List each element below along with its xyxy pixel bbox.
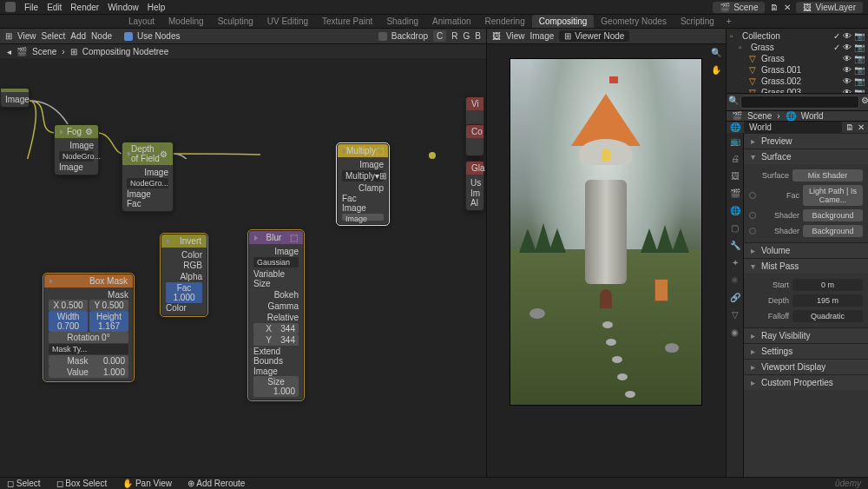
- backdrop-toggle[interactable]: Backdrop: [378, 31, 428, 41]
- image-viewer-header: 🖼 View Image ⊞Viewer Node: [487, 29, 726, 44]
- tab-geonodes[interactable]: Geometry Nodes: [594, 15, 674, 28]
- menu-file[interactable]: File: [24, 3, 38, 12]
- tab-uvediting[interactable]: UV Editing: [260, 15, 315, 28]
- channel-b[interactable]: B: [475, 31, 481, 41]
- tab-data-icon[interactable]: ▽: [729, 310, 741, 322]
- filter-icon[interactable]: ⚙: [861, 96, 868, 109]
- node-menu-add[interactable]: Add: [70, 31, 86, 41]
- tab-output-icon[interactable]: 🖨: [729, 154, 741, 166]
- surface-shader2-button[interactable]: Background: [803, 225, 863, 237]
- scene-selector[interactable]: 🎬 Scene: [713, 2, 765, 13]
- surface-fac-button[interactable]: Light Path | Is Came...: [803, 185, 863, 206]
- magnify-icon[interactable]: 🔍: [710, 48, 722, 60]
- editor-type-icon[interactable]: ⊞: [5, 31, 12, 41]
- node-blur[interactable]: Blur⬚ Image Gaussian Variable Size Bokeh…: [248, 230, 304, 400]
- node-fog[interactable]: Fog⚙ Image NodeGro... Image: [54, 124, 99, 175]
- outliner-search-input[interactable]: [740, 96, 859, 109]
- new-scene-icon[interactable]: 🗎: [770, 3, 779, 12]
- outliner-item[interactable]: ▽Grass.002👁📷: [728, 76, 866, 87]
- node-exposure-partial[interactable]: Image: [0, 88, 30, 108]
- home-icon[interactable]: ◂: [7, 47, 11, 56]
- node-depth-of-field[interactable]: Depth of Field⚙ Image NodeGro... Image F…: [122, 142, 174, 212]
- tab-constraint-icon[interactable]: 🔗: [729, 293, 741, 305]
- reroute-node[interactable]: [429, 152, 436, 159]
- outliner-grass-collection[interactable]: ▫Grass ✓👁📷: [728, 42, 866, 53]
- unlink-scene-icon[interactable]: ✕: [784, 3, 791, 12]
- panel-mistpass-header[interactable]: Mist Pass: [744, 259, 868, 274]
- world-name-field[interactable]: World: [744, 122, 842, 133]
- outliner-collection[interactable]: ▫Collection ✓👁📷: [728, 30, 866, 42]
- watermark: ûdemy: [835, 479, 861, 488]
- panel-volume-header[interactable]: Volume: [744, 243, 868, 258]
- viewer-menu-view[interactable]: View: [506, 31, 525, 41]
- scene-icon: 🎬: [720, 3, 730, 12]
- app-logo-icon[interactable]: [5, 2, 16, 12]
- channel-g[interactable]: G: [464, 31, 470, 41]
- tab-sculpting[interactable]: Sculpting: [211, 15, 260, 28]
- footer-box-select: ◻ Box Select: [56, 479, 108, 488]
- tab-shading[interactable]: Shading: [379, 15, 425, 28]
- node-editor[interactable]: ⊞ View Select Add Node Use Nodes Backdro…: [0, 29, 486, 477]
- tab-modeling[interactable]: Modeling: [161, 15, 211, 28]
- tab-scripting[interactable]: Scripting: [674, 15, 721, 28]
- node-invert[interactable]: Invert Color RGB Alpha Fac 1.000 Color: [161, 234, 207, 316]
- tab-material-icon[interactable]: ◉: [729, 327, 741, 340]
- image-viewer[interactable]: 🖼 View Image ⊞Viewer Node 🔍 ✋: [487, 29, 726, 477]
- mist-start-field[interactable]: 0 m: [792, 279, 863, 291]
- outliner-item[interactable]: ▽Grass.003👁📷: [728, 87, 866, 94]
- surface-shader-button[interactable]: Mix Shader: [792, 169, 863, 182]
- node-composite-partial[interactable]: Co: [465, 124, 484, 156]
- tab-rendering[interactable]: Rendering: [478, 15, 532, 28]
- panel-settings-header[interactable]: Settings: [744, 344, 868, 359]
- node-breadcrumb: ◂ 🎬 Scene › ⊞ Compositing Nodetree: [0, 44, 486, 58]
- menu-help[interactable]: Help: [148, 3, 166, 12]
- channel-c[interactable]: C: [433, 30, 446, 42]
- footer-reroute: ⊕ Add Reroute: [187, 479, 245, 488]
- panel-custom-header[interactable]: Custom Properties: [744, 375, 868, 390]
- menu-window[interactable]: Window: [108, 3, 139, 12]
- node-box-mask[interactable]: Box Mask Mask X 0.500 Y 0.500 Width 0.70…: [43, 274, 134, 381]
- tab-viewlayer-icon[interactable]: 🖼: [729, 171, 741, 183]
- scene-icon: 🎬: [16, 47, 27, 56]
- surface-shader1-button[interactable]: Background: [803, 209, 863, 221]
- tab-physics-icon[interactable]: ⚛: [729, 275, 741, 287]
- menu-edit[interactable]: Edit: [47, 3, 62, 12]
- add-workspace-button[interactable]: +: [721, 15, 737, 28]
- panel-rayvis-header[interactable]: Ray Visibility: [744, 328, 868, 343]
- node-menu-select[interactable]: Select: [42, 31, 66, 41]
- viewer-slot-selector[interactable]: ⊞Viewer Node: [559, 30, 629, 42]
- channel-r[interactable]: R: [451, 31, 457, 41]
- footer-select: ◻ Select: [7, 479, 41, 488]
- outliner-item[interactable]: ▽Grass.001👁📷: [728, 64, 866, 76]
- viewer-menu-image[interactable]: Image: [530, 31, 555, 41]
- node-menu-view[interactable]: View: [17, 31, 36, 41]
- tab-object-icon[interactable]: ▢: [729, 223, 741, 235]
- unlink-world-icon[interactable]: ✕: [858, 122, 865, 132]
- new-world-icon[interactable]: 🗎: [845, 122, 854, 132]
- node-menu-node[interactable]: Node: [91, 31, 112, 41]
- node-multiply[interactable]: Multiply⬚ Image Multiply▾⊞ Clamp Fac Ima…: [337, 143, 389, 225]
- tab-animation[interactable]: Animation: [425, 15, 477, 28]
- viewlayer-selector[interactable]: 🖼 ViewLayer: [796, 2, 863, 13]
- tab-layout[interactable]: Layout: [122, 15, 161, 28]
- tab-modifier-icon[interactable]: 🔧: [729, 241, 741, 253]
- pan-icon[interactable]: ✋: [710, 65, 722, 77]
- tab-compositing[interactable]: Compositing: [532, 15, 595, 28]
- mist-depth-field[interactable]: 195 m: [792, 294, 863, 307]
- tab-render-icon[interactable]: 📺: [729, 136, 741, 149]
- mist-falloff-select[interactable]: Quadratic: [792, 310, 863, 322]
- use-nodes-checkbox[interactable]: Use Nodes: [124, 31, 180, 41]
- menu-render[interactable]: Render: [70, 3, 99, 12]
- panel-surface-header[interactable]: Surface: [744, 149, 868, 164]
- tab-scene-icon[interactable]: 🎬: [729, 188, 741, 201]
- panel-viewport-header[interactable]: Viewport Display: [744, 360, 868, 374]
- node-editor-header: ⊞ View Select Add Node Use Nodes Backdro…: [0, 29, 486, 44]
- editor-type-icon[interactable]: 🖼: [492, 31, 501, 41]
- tab-world-icon[interactable]: 🌐: [729, 206, 741, 218]
- outliner[interactable]: ▫Collection ✓👁📷 ▫Grass ✓👁📷 ▽Grass👁📷 ▽Gra…: [727, 29, 868, 94]
- outliner-item[interactable]: ▽Grass👁📷: [728, 53, 866, 64]
- tab-texturepaint[interactable]: Texture Paint: [315, 15, 379, 28]
- tab-particle-icon[interactable]: ✦: [729, 258, 741, 270]
- panel-preview-header[interactable]: Preview: [744, 134, 868, 149]
- node-glare-partial[interactable]: Gla Us Im Al: [465, 161, 484, 211]
